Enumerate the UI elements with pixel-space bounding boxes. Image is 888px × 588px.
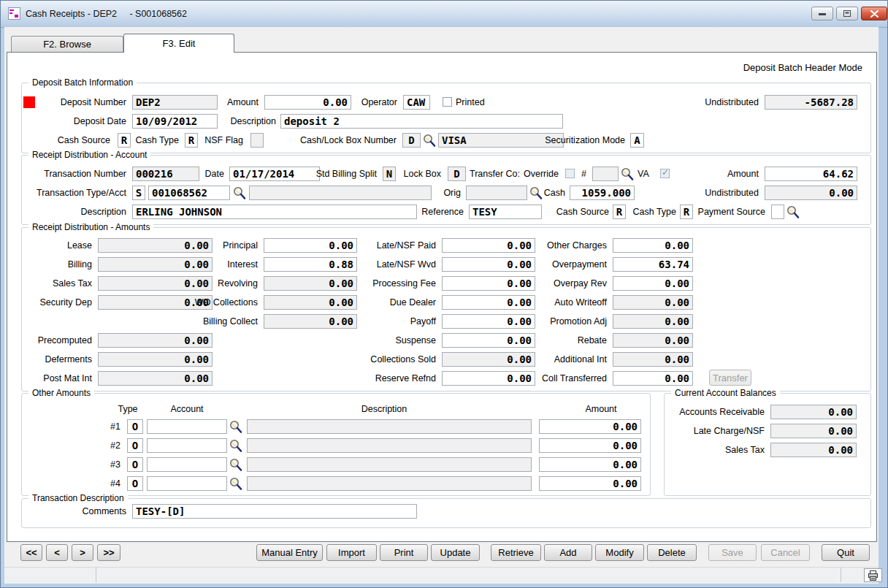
reference-field[interactable]: TESY (469, 205, 542, 219)
other-account-field[interactable] (147, 419, 227, 434)
principal-field[interactable]: 0.00 (264, 238, 357, 253)
app-window: Cash Receipts - DEP2 - S001068562 F2. Br… (0, 0, 888, 588)
magnifier-icon (229, 457, 242, 472)
magnifier-icon (786, 205, 800, 219)
revolving-label: Revolving (183, 276, 258, 291)
transaction-type-field[interactable]: S (132, 186, 145, 200)
transaction-acct-field[interactable]: 001068562 (148, 186, 230, 200)
cash-lock-box-code-field: D (402, 133, 421, 148)
wo-collections-field: 0.00 (264, 295, 357, 310)
previous-record-button[interactable]: < (46, 544, 68, 561)
close-button[interactable] (861, 7, 887, 20)
sales-tax-label: Sales Tax (23, 276, 92, 291)
securitization-mode-field[interactable]: A (630, 133, 644, 148)
receipt-undistributed-field: 0.00 (765, 186, 857, 200)
other-type-field[interactable]: O (127, 438, 143, 453)
billing-label: Billing (23, 257, 92, 272)
modify-button[interactable]: Modify (595, 544, 644, 561)
processing-fee-field[interactable]: 0.00 (442, 276, 535, 291)
account-lookup-button[interactable] (232, 186, 246, 200)
promotion-adj-field: 0.00 (613, 314, 693, 329)
restore-button[interactable] (836, 7, 858, 20)
receipt-amount-field[interactable]: 64.62 (765, 167, 857, 181)
comments-label: Comments (66, 504, 126, 519)
overpay-rev-field[interactable]: 0.00 (613, 276, 693, 291)
batch-cash-type-field[interactable]: R (185, 133, 198, 148)
date-label: Date (204, 167, 224, 181)
transfer-number-lookup-button[interactable] (620, 167, 634, 181)
late-nsf-paid-field[interactable]: 0.00 (442, 238, 535, 253)
print-status-button[interactable] (864, 568, 882, 582)
batch-amount-label: Amount (217, 95, 259, 110)
other-account-lookup-button[interactable] (229, 476, 242, 491)
other-amount-field[interactable]: 0.00 (539, 476, 641, 491)
operator-field[interactable]: CAW (403, 95, 430, 110)
coll-transferred-label: Coll Transferred (532, 371, 607, 386)
coll-transferred-field[interactable]: 0.00 (613, 371, 693, 386)
delete-button[interactable]: Delete (647, 544, 697, 561)
overpayment-field[interactable]: 63.74 (613, 257, 693, 272)
payment-source-field[interactable] (771, 205, 784, 219)
other-account-field[interactable] (147, 476, 227, 491)
other-row-num: #3 (102, 457, 120, 472)
receipt-description-field[interactable]: ERLING JOHNSON (132, 205, 417, 219)
next-record-button[interactable]: > (72, 544, 93, 561)
other-type-field[interactable]: O (127, 419, 143, 434)
other-amounts-legend: Other Amounts (28, 388, 94, 398)
receipt-cash-source-label: Cash Source (554, 205, 609, 219)
other-account-field[interactable] (147, 438, 227, 453)
late-nsf-wvd-field[interactable]: 0.00 (442, 257, 535, 272)
due-dealer-field[interactable]: 0.00 (442, 295, 535, 310)
other-account-lookup-button[interactable] (229, 419, 242, 434)
other-amount-field[interactable]: 0.00 (539, 457, 641, 472)
other-charges-field[interactable]: 0.00 (613, 238, 693, 253)
batch-cash-source-field[interactable]: R (118, 133, 131, 148)
add-button[interactable]: Add (544, 544, 592, 561)
retrieve-button[interactable]: Retrieve (491, 544, 541, 561)
reserve-refnd-field[interactable]: 0.00 (442, 371, 535, 386)
std-billing-split-label: Std Billing Split (302, 167, 377, 181)
other-amount-field[interactable]: 0.00 (539, 438, 641, 453)
late-charge-nsf-field: 0.00 (770, 424, 857, 438)
batch-amount-field[interactable]: 0.00 (264, 95, 351, 110)
status-bar-divider (96, 568, 96, 582)
import-button[interactable]: Import (326, 544, 377, 561)
cash-field[interactable]: 1059.000 (570, 186, 635, 200)
comments-field[interactable]: TESY-[D] (132, 504, 417, 519)
first-record-button[interactable]: << (20, 544, 42, 561)
post-mat-int-label: Post Mat Int (23, 371, 92, 386)
batch-description-field[interactable]: deposit 2 (280, 114, 563, 129)
payoff-field[interactable]: 0.00 (442, 314, 535, 329)
receipt-cash-type-field[interactable]: R (680, 205, 693, 219)
close-icon (870, 10, 879, 18)
other-amount-field[interactable]: 0.00 (539, 419, 641, 434)
orig-lookup-button[interactable] (529, 186, 543, 200)
deposit-number-field: DEP2 (132, 95, 218, 110)
update-button[interactable]: Update (431, 544, 480, 561)
other-type-field[interactable]: O (127, 457, 143, 472)
other-row-num: #2 (102, 438, 120, 453)
other-type-field[interactable]: O (127, 476, 143, 491)
precomputed-field: 0.00 (98, 333, 213, 348)
print-button[interactable]: Print (380, 544, 428, 561)
deferments-label: Deferments (23, 352, 92, 367)
magnifier-icon (229, 438, 242, 453)
manual-entry-button[interactable]: Manual Entry (256, 544, 323, 561)
tab-edit[interactable]: F3. Edit (123, 34, 234, 53)
receipt-cash-source-field[interactable]: R (613, 205, 626, 219)
minimize-button[interactable] (811, 7, 833, 20)
other-account-lookup-button[interactable] (229, 457, 242, 472)
suspense-field[interactable]: 0.00 (442, 333, 535, 348)
balance-sales-tax-field: 0.00 (770, 443, 857, 457)
interest-field[interactable]: 0.88 (264, 257, 357, 272)
other-description-field (247, 419, 532, 434)
tab-browse[interactable]: F2. Browse (11, 36, 123, 52)
other-account-field[interactable] (147, 457, 227, 472)
printed-checkbox[interactable] (443, 97, 452, 107)
deposit-date-field[interactable]: 10/09/2012 (132, 114, 218, 129)
other-account-lookup-button[interactable] (229, 438, 242, 453)
payment-source-lookup-button[interactable] (786, 205, 800, 219)
cash-lock-box-lookup-button[interactable] (422, 133, 436, 148)
last-record-button[interactable]: >> (97, 544, 120, 561)
quit-button[interactable]: Quit (822, 544, 870, 561)
